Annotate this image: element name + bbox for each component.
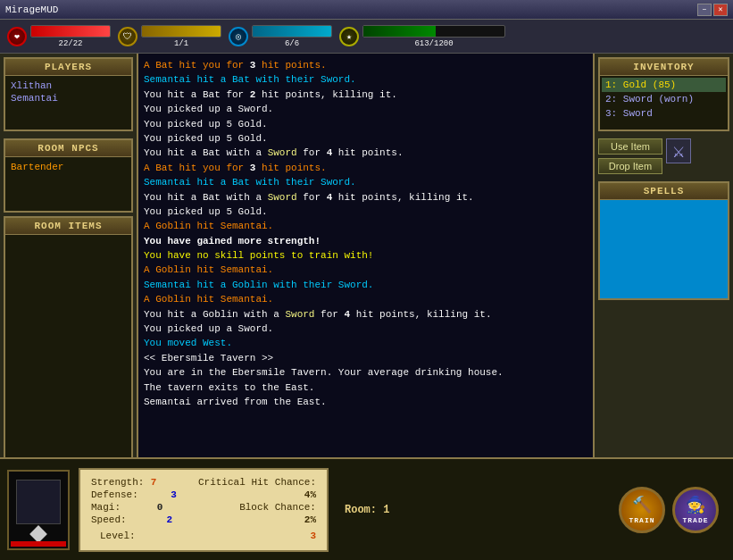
mp-bar: [252, 25, 332, 38]
level-label: Level:: [100, 531, 136, 541]
xp-bar: [362, 25, 505, 38]
mp-icon: ◎: [229, 27, 248, 46]
chat-line: You picked up 5 Gold.: [144, 118, 587, 131]
trade-icon: 🧙: [686, 495, 705, 514]
spells-content: [600, 200, 728, 298]
hp-bar: [30, 25, 111, 38]
chat-line: You picked up a Sword.: [144, 322, 587, 336]
close-button[interactable]: ✕: [713, 4, 728, 16]
train-label: TRAIN: [629, 516, 654, 524]
drop-item-button[interactable]: Drop Item: [598, 158, 662, 174]
mp-value: 6/6: [252, 39, 332, 48]
bottom-panel: Strength: 7 Critical Hit Chance: Defense…: [0, 457, 733, 560]
npc-bartender[interactable]: Bartender: [9, 161, 128, 173]
chat-line: A Bat hit you for 3 hit points.: [144, 59, 587, 72]
spells-title: SPELLS: [600, 183, 728, 200]
defense-value: 3: [171, 489, 177, 500]
inventory-title: INVENTORY: [600, 59, 728, 76]
title-bar: MirageMUD – ✕: [0, 0, 733, 20]
xp-value: 613/1200: [362, 39, 505, 48]
portrait-inner: [16, 480, 61, 524]
train-button[interactable]: 🔨 TRAIN: [619, 487, 665, 533]
sp-value: 1/1: [141, 39, 221, 48]
inv-item-sword-worn[interactable]: 2: Sword (worn): [602, 92, 726, 106]
chat-line: A Goblin hit Semantai.: [144, 293, 587, 306]
strength-label: Strength:: [91, 477, 144, 488]
inv-item-sword[interactable]: 3: Sword: [602, 106, 726, 121]
chat-line: You hit a Bat with a Sword for 4 hit poi…: [144, 146, 587, 160]
speed-label: Speed:: [91, 514, 127, 525]
portrait-hp-bar: [11, 541, 66, 547]
magi-value: 0: [157, 502, 163, 513]
xp-icon: ★: [339, 27, 359, 46]
chat-line: A Goblin hit Semantai.: [144, 263, 587, 277]
player-xlithan[interactable]: Xlithan: [9, 79, 128, 92]
chat-line: Semantai hit a Goblin with their Sword.: [144, 279, 587, 292]
chat-line: You hit a Goblin with a Sword for 4 hit …: [144, 308, 587, 322]
sword-icon: ⚔: [666, 138, 691, 163]
chat-line: You picked up 5 Gold.: [144, 132, 587, 146]
train-icon: 🔨: [632, 495, 652, 514]
players-title: PLAYERS: [5, 59, 131, 76]
room-label: Room: 1: [345, 504, 389, 516]
chat-line: You have no skill points to train with!: [144, 249, 587, 263]
chat-line: << Ebersmile Tavern >>: [144, 352, 587, 365]
chat-line: You picked up 5 Gold.: [144, 205, 587, 219]
use-item-button[interactable]: Use Item: [598, 138, 662, 155]
portrait-diamond: [29, 525, 47, 543]
chat-line: You picked up a Sword.: [144, 103, 587, 116]
chat-line: A Goblin hit Semantai.: [144, 220, 587, 233]
chat-line: A Bat hit you for 3 hit points.: [144, 162, 587, 175]
minimize-button[interactable]: –: [697, 4, 712, 16]
stats-bar: ❤ 22/22 🛡 1/1 ◎ 6/6 ★: [0, 20, 733, 54]
sp-icon: 🛡: [118, 27, 137, 46]
sp-bar: [141, 25, 221, 38]
hp-value: 22/22: [30, 39, 111, 48]
chat-line: Semantai hit a Bat with their Sword.: [144, 73, 587, 87]
hp-icon: ❤: [7, 27, 27, 46]
char-stats-block: Strength: 7 Critical Hit Chance: Defense…: [79, 468, 329, 552]
magi-label: Magi:: [91, 502, 121, 513]
chat-line: Semantai hit a Bat with their Sword.: [144, 176, 587, 189]
defense-label: Defense:: [91, 489, 138, 500]
chat-line: You have gained more strength!: [144, 235, 587, 248]
trade-label: TRADE: [682, 516, 708, 524]
block-label: Block Chance:: [239, 502, 316, 513]
speed-value: 2: [166, 514, 172, 525]
block-value: 2%: [304, 514, 316, 525]
crit-label: Critical Hit Chance:: [198, 477, 316, 488]
title-bar-text: MirageMUD: [5, 4, 58, 15]
chat-line: You hit a Bat with a Sword for 4 hit poi…: [144, 191, 587, 205]
char-portrait: [7, 470, 70, 550]
trade-button[interactable]: 🧙 TRADE: [672, 487, 719, 533]
player-semantai[interactable]: Semantai: [9, 92, 128, 104]
chat-line: Semantai arrived from the East.: [144, 396, 587, 409]
room-items-title: ROOM ITEMS: [5, 218, 131, 235]
crit-value: 4%: [304, 489, 316, 500]
chat-line: You moved West.: [144, 337, 587, 350]
inv-item-gold[interactable]: 1: Gold (85): [602, 78, 726, 92]
strength-value: 7: [151, 477, 157, 488]
chat-line: The tavern exits to the East.: [144, 381, 587, 395]
level-value: 3: [310, 531, 316, 541]
chat-line: You hit a Bat for 2 hit points, killing …: [144, 88, 587, 102]
chat-line: You are in the Ebersmile Tavern. Your av…: [144, 366, 587, 380]
room-npcs-title: ROOM NPCS: [5, 140, 131, 157]
